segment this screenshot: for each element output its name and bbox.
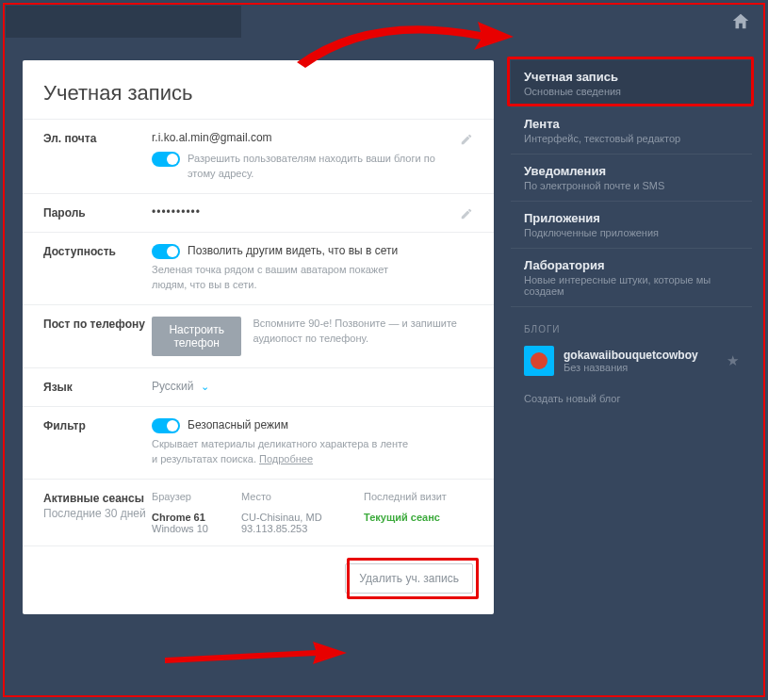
language-label: Язык (43, 380, 152, 395)
sessions-label: Активные сеансы Последние 30 дней (43, 491, 152, 534)
email-value: r.i.ko.al.min@gmail.com (152, 131, 473, 144)
filter-more-link[interactable]: Подробнее (259, 453, 313, 464)
star-icon[interactable]: ★ (727, 352, 739, 369)
availability-toggle[interactable] (152, 244, 180, 259)
phone-helper: Вспомните 90-е! Позвоните — и запишите а… (253, 317, 473, 347)
nav-title: Приложения (524, 211, 739, 225)
home-icon[interactable] (730, 11, 751, 32)
blog-sub: Без названия (564, 362, 698, 373)
row-language: Язык Русский ⌄ (23, 367, 494, 406)
password-value: •••••••••• (152, 205, 473, 219)
filter-toggle-text: Безопасный режим (188, 418, 288, 431)
password-label: Пароль (43, 205, 152, 220)
availability-helper: Зеленая точка рядом с вашим аватаром пок… (152, 263, 416, 293)
nav-title: Учетная запись (524, 70, 739, 84)
phone-label: Пост по телефону (43, 317, 152, 356)
nav-title: Лаборатория (524, 258, 739, 272)
blog-avatar (524, 346, 554, 376)
session-last: Текущий сеанс (364, 512, 473, 534)
sessions-header: Браузер Место Последний визит (152, 491, 473, 502)
nav-account[interactable]: Учетная запись Основные сведения (511, 60, 752, 107)
settings-card: Учетная запись Эл. почта r.i.ko.al.min@g… (23, 60, 494, 614)
configure-phone-button[interactable]: Настроить телефон (152, 317, 241, 356)
row-password: Пароль •••••••••• (23, 193, 494, 232)
annotation-arrow (160, 639, 349, 667)
delete-account-button[interactable]: Удалить уч. запись (345, 563, 473, 594)
row-filter: Фильтр Безопасный режим Скрывает материа… (23, 406, 494, 479)
row-phone-post: Пост по телефону Настроить телефон Вспом… (23, 304, 494, 367)
row-availability: Доступность Позволить другим видеть, что… (23, 232, 494, 304)
pencil-icon[interactable] (460, 207, 473, 220)
nav-sub: Основные сведения (524, 86, 739, 97)
nav-feed[interactable]: Лента Интерфейс, текстовый редактор (511, 107, 752, 155)
nav-sub: По электронной почте и SMS (524, 180, 739, 191)
pencil-icon[interactable] (460, 133, 473, 146)
page-title: Учетная запись (23, 81, 494, 119)
nav-sub: Новые интересные штуки, которые мы созда… (524, 274, 739, 297)
sidebar: Учетная запись Основные сведения Лента И… (511, 60, 752, 614)
new-blog-link[interactable]: Создать новый блог (511, 382, 752, 415)
email-label: Эл. почта (43, 131, 152, 182)
email-toggle-text: Разрешить пользователям находить ваши бл… (188, 152, 451, 182)
chevron-down-icon: ⌄ (201, 381, 209, 392)
blog-item[interactable]: gokawaiibouquetcowboy Без названия ★ (511, 340, 752, 382)
topbar (0, 0, 768, 38)
session-browser: Chrome 61 (152, 512, 205, 523)
nav-title: Лента (524, 117, 739, 131)
blogs-section-label: БЛОГИ (511, 307, 752, 340)
topbar-logo-area (6, 6, 241, 38)
session-place: CU-Chisinau, MD (241, 512, 322, 523)
language-select[interactable]: Русский ⌄ (152, 380, 209, 393)
nav-sub: Интерфейс, текстовый редактор (524, 133, 739, 144)
nav-labs[interactable]: Лаборатория Новые интересные штуки, кото… (511, 249, 752, 307)
email-discovery-toggle[interactable] (152, 152, 180, 167)
nav-apps[interactable]: Приложения Подключенные приложения (511, 202, 752, 249)
availability-label: Доступность (43, 244, 152, 293)
availability-toggle-text: Позволить другим видеть, что вы в сети (188, 244, 398, 257)
nav-sub: Подключенные приложения (524, 227, 739, 238)
session-ip: 93.113.85.253 (241, 523, 307, 534)
nav-title: Уведомления (524, 164, 739, 178)
filter-helper: Скрывает материалы деликатного характера… (152, 437, 416, 467)
nav-notifications[interactable]: Уведомления По электронной почте и SMS (511, 155, 752, 202)
session-os: Windows 10 (152, 523, 208, 534)
filter-label: Фильтр (43, 418, 152, 467)
row-sessions: Активные сеансы Последние 30 дней Браузе… (23, 479, 494, 545)
blog-name: gokawaiibouquetcowboy (564, 349, 698, 362)
row-email: Эл. почта r.i.ko.al.min@gmail.com Разреш… (23, 119, 494, 193)
session-row: Chrome 61 Windows 10 CU-Chisinau, MD 93.… (152, 512, 473, 534)
language-value: Русский (152, 380, 194, 393)
safe-mode-toggle[interactable] (152, 418, 180, 433)
